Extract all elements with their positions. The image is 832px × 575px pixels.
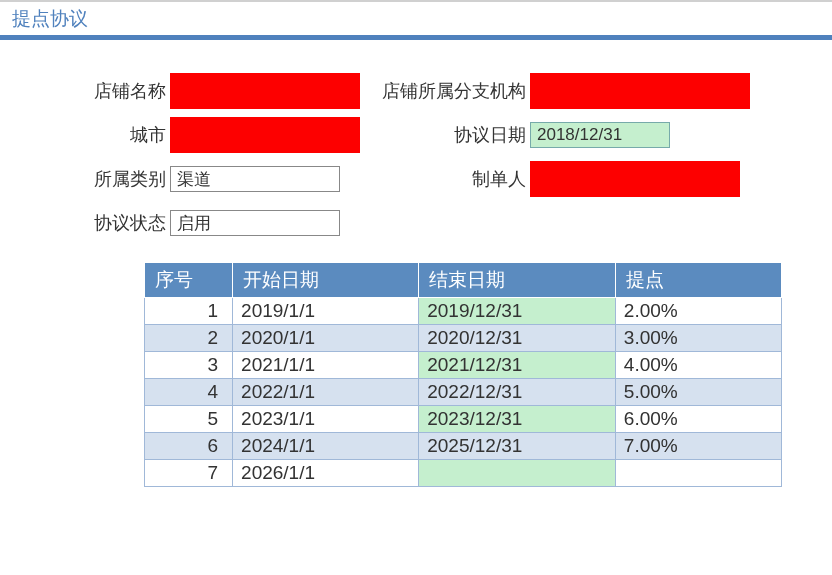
page-title: 提点协议 xyxy=(0,0,832,40)
cell-start: 2022/1/1 xyxy=(233,379,419,406)
th-rate: 提点 xyxy=(615,263,781,298)
table-row[interactable]: 12019/1/12019/12/312.00% xyxy=(145,298,782,325)
category-label: 所属类别 xyxy=(50,167,170,191)
cell-end xyxy=(419,460,616,487)
cell-rate: 5.00% xyxy=(615,379,781,406)
cell-start: 2020/1/1 xyxy=(233,325,419,352)
cell-seq: 4 xyxy=(145,379,233,406)
table-row[interactable]: 52023/1/12023/12/316.00% xyxy=(145,406,782,433)
cell-end: 2021/12/31 xyxy=(419,352,616,379)
th-seq: 序号 xyxy=(145,263,233,298)
cell-start: 2026/1/1 xyxy=(233,460,419,487)
th-start: 开始日期 xyxy=(233,263,419,298)
cell-seq: 5 xyxy=(145,406,233,433)
cell-start: 2021/1/1 xyxy=(233,352,419,379)
shop-name-value-redacted xyxy=(170,73,360,109)
table-row[interactable]: 32021/1/12021/12/314.00% xyxy=(145,352,782,379)
cell-seq: 1 xyxy=(145,298,233,325)
cell-rate: 4.00% xyxy=(615,352,781,379)
city-label: 城市 xyxy=(50,123,170,147)
creator-value-redacted xyxy=(530,161,740,197)
table-row[interactable]: 42022/1/12022/12/315.00% xyxy=(145,379,782,406)
cell-rate: 6.00% xyxy=(615,406,781,433)
th-end: 结束日期 xyxy=(419,263,616,298)
table-row[interactable]: 72026/1/1 xyxy=(145,460,782,487)
table-header-row: 序号 开始日期 结束日期 提点 xyxy=(145,263,782,298)
cell-seq: 3 xyxy=(145,352,233,379)
table-row[interactable]: 22020/1/12020/12/313.00% xyxy=(145,325,782,352)
cell-start: 2024/1/1 xyxy=(233,433,419,460)
cell-start: 2023/1/1 xyxy=(233,406,419,433)
agreement-date-label: 协议日期 xyxy=(370,123,530,147)
table-row[interactable]: 62024/1/12025/12/317.00% xyxy=(145,433,782,460)
cell-seq: 2 xyxy=(145,325,233,352)
status-label: 协议状态 xyxy=(50,211,170,235)
city-value-redacted xyxy=(170,117,360,153)
cell-rate xyxy=(615,460,781,487)
cell-end: 2019/12/31 xyxy=(419,298,616,325)
form-area: 店铺名称 店铺所属分支机构 城市 协议日期 2018/12/31 所属类别 渠道… xyxy=(0,40,832,507)
cell-seq: 6 xyxy=(145,433,233,460)
cell-end: 2020/12/31 xyxy=(419,325,616,352)
rate-table: 序号 开始日期 结束日期 提点 12019/1/12019/12/312.00%… xyxy=(144,262,782,487)
branch-value-redacted xyxy=(530,73,750,109)
status-input[interactable]: 启用 xyxy=(170,210,340,236)
cell-start: 2019/1/1 xyxy=(233,298,419,325)
cell-rate: 3.00% xyxy=(615,325,781,352)
category-input[interactable]: 渠道 xyxy=(170,166,340,192)
shop-name-label: 店铺名称 xyxy=(50,79,170,103)
cell-seq: 7 xyxy=(145,460,233,487)
agreement-date-input[interactable]: 2018/12/31 xyxy=(530,122,670,148)
creator-label: 制单人 xyxy=(370,167,530,191)
cell-rate: 7.00% xyxy=(615,433,781,460)
cell-rate: 2.00% xyxy=(615,298,781,325)
cell-end: 2023/12/31 xyxy=(419,406,616,433)
branch-label: 店铺所属分支机构 xyxy=(370,79,530,103)
cell-end: 2025/12/31 xyxy=(419,433,616,460)
cell-end: 2022/12/31 xyxy=(419,379,616,406)
